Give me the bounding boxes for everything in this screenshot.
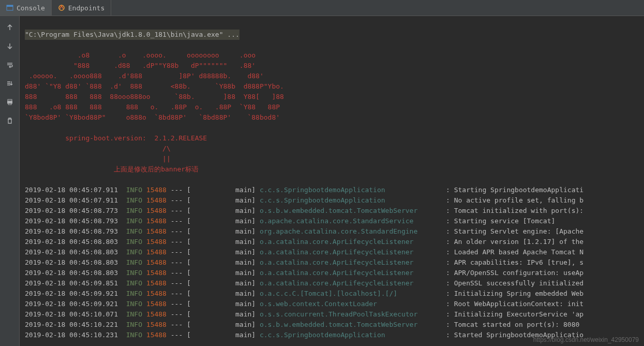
scroll-down-button[interactable]	[4, 40, 16, 52]
log-line: 2019-02-18 00:45:07.911 INFO 15488 --- […	[25, 195, 639, 206]
log-line: 2019-02-18 00:45:10.221 INFO 15488 --- […	[25, 320, 639, 330]
log-line: 2019-02-18 00:45:08.803 INFO 15488 --- […	[25, 237, 639, 247]
tab-console[interactable]: Console	[0, 0, 52, 16]
tab-console-label: Console	[17, 4, 45, 12]
log-line: 2019-02-18 00:45:08.803 INFO 15488 --- […	[25, 247, 639, 257]
command-line: "C:\Program Files\Java\jdk1.8.0_181\bin\…	[25, 30, 239, 40]
tab-endpoints[interactable]: Endpoints	[52, 0, 111, 16]
log-line: 2019-02-18 00:45:08.803 INFO 15488 --- […	[25, 257, 639, 268]
log-line: 2019-02-18 00:45:08.773 INFO 15488 --- […	[25, 206, 639, 216]
console-icon	[6, 4, 13, 11]
log-line: 2019-02-18 00:45:09.921 INFO 15488 --- […	[25, 289, 639, 299]
console-output[interactable]: "C:\Program Files\Java\jdk1.8.0_181\bin\…	[20, 16, 644, 346]
svg-rect-1	[7, 5, 13, 7]
spring-banner: .o8 .o .oooo. oooooooo .ooo "888 .d88 .d…	[25, 51, 284, 173]
watermark: https://blog.csdn.net/weixin_42950079	[533, 335, 639, 345]
log-line: 2019-02-18 00:45:08.793 INFO 15488 --- […	[25, 216, 639, 226]
print-button[interactable]	[4, 96, 16, 108]
scroll-to-end-button[interactable]	[4, 77, 16, 90]
clear-button[interactable]	[4, 114, 16, 127]
log-line: 2019-02-18 00:45:09.921 INFO 15488 --- […	[25, 299, 639, 309]
tab-endpoints-label: Endpoints	[68, 4, 104, 12]
endpoints-icon	[58, 4, 65, 11]
soft-wrap-button[interactable]	[4, 59, 16, 71]
log-line: 2019-02-18 00:45:08.793 INFO 15488 --- […	[25, 226, 639, 237]
svg-rect-3	[8, 99, 12, 101]
log-line: 2019-02-18 00:45:10.071 INFO 15488 --- […	[25, 309, 639, 320]
log-line: 2019-02-18 00:45:08.803 INFO 15488 --- […	[25, 268, 639, 278]
log-lines: 2019-02-18 00:45:07.911 INFO 15488 --- […	[25, 185, 639, 340]
log-line: 2019-02-18 00:45:07.911 INFO 15488 --- […	[25, 185, 639, 195]
console-toolbar	[0, 16, 20, 346]
svg-rect-5	[8, 103, 11, 105]
log-line: 2019-02-18 00:45:09.851 INFO 15488 --- […	[25, 278, 639, 289]
tabs-bar: Console Endpoints	[0, 0, 644, 16]
scroll-up-button[interactable]	[4, 21, 16, 34]
